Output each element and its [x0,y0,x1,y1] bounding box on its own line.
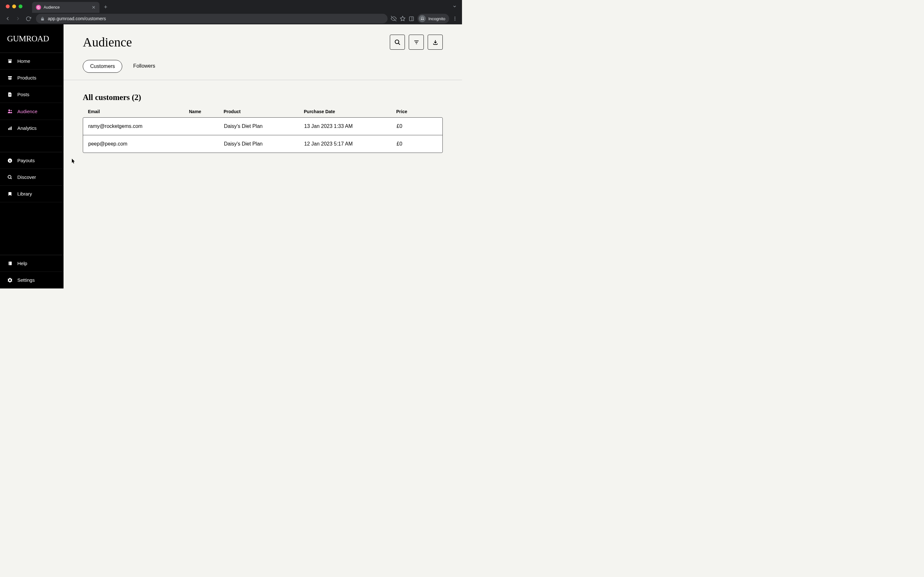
reload-button[interactable] [24,14,33,23]
addr-bar-right: Incognito [391,14,459,23]
window-close-icon[interactable] [6,5,10,8]
svg-line-28 [398,43,400,45]
nav-section-main: Home Products Posts Audience Analytics [0,53,63,137]
back-button[interactable] [3,14,12,23]
sidebar-item-label: Products [17,75,36,81]
forward-button[interactable] [13,14,23,23]
nav-section-secondary: $ Payouts Discover Library [0,152,63,202]
svg-point-27 [395,40,399,44]
cell-price: £0 [397,123,437,129]
browser-tab[interactable]: G Audience ✕ [32,2,99,13]
sidebar-item-label: Home [17,58,30,64]
cell-email: ramy@rocketgems.com [88,123,189,129]
browser-chrome: G Audience ✕ + app.gumroad.com/customers [0,0,462,24]
star-icon[interactable] [400,16,405,21]
gear-icon [7,277,13,283]
cell-product: Daisy's Diet Plan [224,141,304,147]
sidebar-item-label: Analytics [17,125,37,131]
cell-email: peep@peep.com [88,141,189,147]
address-bar-row: app.gumroad.com/customers Incognito [0,13,462,24]
svg-rect-14 [9,94,11,94]
svg-point-8 [455,19,456,21]
cell-date: 13 Jan 2023 1:33 AM [304,123,397,129]
col-header-email[interactable]: Email [88,109,189,114]
section-title: All customers (2) [83,93,443,102]
sidebar-item-settings[interactable]: Settings [0,272,63,288]
download-icon [433,39,438,45]
cell-date: 12 Jan 2023 5:17 AM [304,141,397,147]
svg-marker-1 [401,16,405,21]
svg-rect-11 [8,76,12,77]
sidebar-item-discover[interactable]: Discover [0,169,63,185]
svg-point-5 [423,18,424,19]
book-icon [7,261,13,266]
filter-button[interactable] [409,35,424,50]
download-button[interactable] [428,35,443,50]
menu-icon[interactable] [452,16,457,21]
logo[interactable]: GUMROAD [0,24,63,53]
search-icon [7,175,13,180]
tab-customers[interactable]: Customers [83,60,122,73]
svg-point-16 [8,109,10,111]
sidebar-item-posts[interactable]: Posts [0,86,63,103]
eye-off-icon[interactable] [391,16,397,21]
svg-rect-13 [9,78,11,78]
svg-text:$: $ [9,159,11,162]
col-header-name[interactable]: Name [189,109,224,114]
svg-rect-19 [10,127,11,130]
svg-rect-12 [8,77,11,79]
app: GUMROAD Home Products Posts Audience Ana… [0,24,462,288]
svg-point-17 [11,110,12,111]
incognito-badge[interactable]: Incognito [417,14,449,23]
window-minimize-icon[interactable] [12,5,16,8]
url-text: app.gumroad.com/customers [48,16,106,21]
tabs-dropdown-icon[interactable] [452,4,457,9]
content: All customers (2) Email Name Product Pur… [63,80,462,166]
main-content: Audience Customers Followers [63,24,462,288]
table-body: ramy@rocketgems.com Daisy's Diet Plan 13… [83,117,443,153]
sidebar: GUMROAD Home Products Posts Audience Ana… [0,24,63,288]
sidebar-item-library[interactable]: Library [0,185,63,202]
tab-followers[interactable]: Followers [126,60,162,73]
header-actions [390,35,443,50]
sidebar-item-payouts[interactable]: $ Payouts [0,152,63,169]
url-bar[interactable]: app.gumroad.com/customers [36,14,388,23]
nav-section-bottom: Help Settings [0,255,63,288]
home-icon [7,59,13,64]
svg-point-23 [8,175,11,178]
lock-icon [40,17,45,21]
sidebar-item-label: Discover [17,174,36,180]
sidebar-item-label: Posts [17,92,29,97]
svg-point-4 [421,18,422,19]
users-icon [7,108,13,114]
tab-bar: G Audience ✕ + [0,0,462,13]
sidebar-item-analytics[interactable]: Analytics [0,120,63,137]
new-tab-button[interactable]: + [104,4,107,11]
svg-point-6 [455,17,456,18]
chart-icon [7,126,13,131]
logo-text: GUMROAD [7,34,57,44]
svg-rect-18 [8,128,9,130]
table-row[interactable]: ramy@rocketgems.com Daisy's Diet Plan 13… [83,118,443,135]
sidebar-item-audience[interactable]: Audience [0,103,63,120]
sidebar-item-label: Help [17,261,27,266]
col-header-product[interactable]: Product [224,109,304,114]
panel-icon[interactable] [409,16,414,21]
tab-title: Audience [44,5,89,10]
close-icon[interactable]: ✕ [92,5,95,10]
svg-rect-26 [8,261,10,265]
filter-icon [414,39,419,45]
search-button[interactable] [390,35,405,50]
sidebar-item-help[interactable]: Help [0,255,63,272]
search-icon [394,39,401,45]
svg-rect-10 [8,61,11,63]
window-maximize-icon[interactable] [19,5,23,8]
traffic-lights [3,5,26,8]
table-row[interactable]: peep@peep.com Daisy's Diet Plan 12 Jan 2… [83,135,443,153]
file-icon [7,92,13,97]
sidebar-item-products[interactable]: Products [0,69,63,86]
sidebar-item-home[interactable]: Home [0,53,63,69]
col-header-date[interactable]: Purchase Date [304,109,396,114]
page-title: Audience [83,35,132,50]
col-header-price[interactable]: Price [396,109,438,114]
